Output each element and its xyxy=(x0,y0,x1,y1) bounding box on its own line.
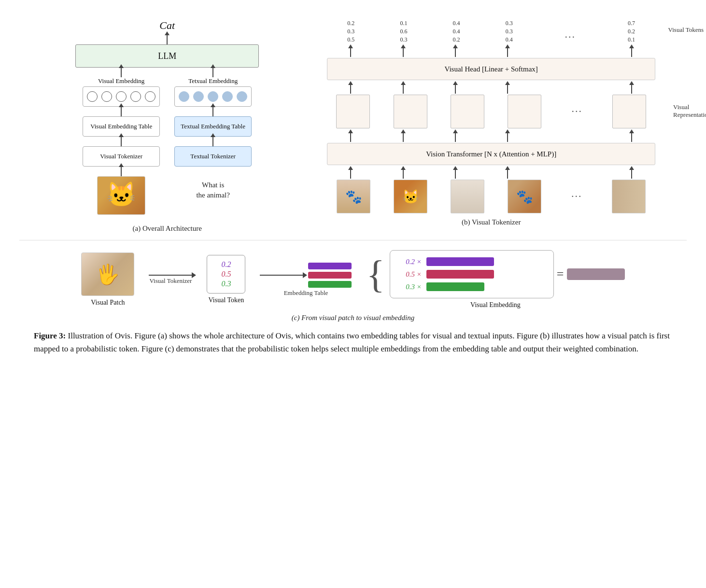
rep-square-1 xyxy=(336,95,370,128)
patch-row: 🐾 🐱 🐾 ··· xyxy=(327,180,655,213)
token-val-5: 0.70.20.1 xyxy=(628,19,635,43)
c-arrow-embedding-table: Embedding Table xyxy=(260,263,352,297)
token-col-2: 0.10.60.3 xyxy=(400,19,407,43)
arrow-to-embed xyxy=(260,275,303,276)
llm-box: LLM xyxy=(75,44,259,68)
dots-1: ··· xyxy=(558,31,582,43)
embed-bar-red xyxy=(308,272,352,279)
up-arrow-v4 xyxy=(505,129,510,142)
tcircle2 xyxy=(193,91,204,102)
patch-2: 🐱 xyxy=(394,180,427,213)
diagram-a: Cat LLM Visual Embedding xyxy=(29,19,305,233)
figure-container: Cat LLM Visual Embedding xyxy=(19,14,687,360)
textual-embed-label: Tetxual Embedding xyxy=(188,77,238,85)
up-arrow-r5 xyxy=(629,81,634,94)
visual-tokens-side-label: Visual Tokens xyxy=(668,26,704,34)
up-arrow-1 xyxy=(348,44,353,57)
result-mult-red: 0.5 × xyxy=(400,270,422,279)
visual-token-label: Visual Token xyxy=(209,296,244,304)
up-arrow-r2 xyxy=(401,81,406,94)
patch-5 xyxy=(612,180,646,213)
arrow-visual-embed-up xyxy=(121,68,122,77)
circle5 xyxy=(145,91,155,102)
circle1 xyxy=(87,91,98,102)
diagram-b: 0.20.30.5 0.10.60.3 0.40.40.2 0.30.30.4 xyxy=(305,19,677,226)
up-arrow-p2 xyxy=(401,166,406,179)
tcircle3 xyxy=(208,91,218,102)
arrow-textual-table-up xyxy=(212,107,213,116)
vit-box: Vision Transformer [N x (Attention + MLP… xyxy=(327,143,655,165)
up-arrow-v2 xyxy=(401,129,406,142)
equals-sign: = xyxy=(557,267,564,281)
up-arrow-p3 xyxy=(453,166,458,179)
token-col-5: 0.70.20.1 xyxy=(628,19,635,43)
caption-title: Figure 3: xyxy=(34,331,66,340)
up-arrow-2 xyxy=(401,44,406,57)
diagram-a-label: (a) Overall Architecture xyxy=(133,224,202,233)
visual-patch-label: Visual Patch xyxy=(91,299,125,307)
result-bar-green xyxy=(426,282,484,291)
up-arrow-5 xyxy=(629,44,634,57)
token-col-4: 0.30.30.4 xyxy=(506,19,513,43)
tcircle4 xyxy=(222,91,233,102)
final-embed-bar xyxy=(567,268,625,280)
rep-square-2 xyxy=(394,95,427,128)
up-arrow-p5 xyxy=(629,166,634,179)
diagram-c-content: 🖐️ Visual Patch Visual Tokenizer 0.2 0.5… xyxy=(81,250,624,309)
dots-2: ··· xyxy=(565,105,589,118)
visual-tokenizer-label: Visual Tokenizer xyxy=(149,277,192,285)
result-mult-purple: 0.2 × xyxy=(400,258,422,266)
token-val-3: 0.40.40.2 xyxy=(453,19,460,43)
arrow-textual-embed-up xyxy=(212,68,213,77)
up-arrow-r3 xyxy=(453,81,458,94)
circle3 xyxy=(116,91,127,102)
arrow-txt-tok-up xyxy=(212,137,213,146)
textual-tokenizer-box: Textual Tokenizer xyxy=(174,146,252,167)
tcircle1 xyxy=(179,91,189,102)
token-val-purple: 0.2 xyxy=(221,260,231,269)
token-val-green: 0.3 xyxy=(221,280,231,288)
embed-result-box: 0.2 × 0.5 × 0.3 × xyxy=(390,250,554,298)
visual-token-box: 0.2 0.5 0.3 xyxy=(207,255,245,294)
up-arrow-4 xyxy=(505,44,510,57)
tcircle5 xyxy=(237,91,247,102)
c-arrow-visual-tokenizer: Visual Tokenizer xyxy=(149,275,192,285)
token-col-3: 0.40.40.2 xyxy=(453,19,460,43)
up-arrow-p1 xyxy=(348,166,353,179)
result-bar-purple xyxy=(426,257,494,266)
rep-square-5 xyxy=(612,95,646,128)
circle2 xyxy=(101,91,112,102)
token-val-4: 0.30.30.4 xyxy=(506,19,513,43)
token-col-1: 0.20.30.5 xyxy=(347,19,354,43)
diagram-c: 🖐️ Visual Patch Visual Tokenizer 0.2 0.5… xyxy=(19,240,687,324)
arrow-visual-table-up xyxy=(121,107,122,116)
circle4 xyxy=(130,91,141,102)
result-row-red: 0.5 × xyxy=(400,270,544,279)
embed-bar-purple xyxy=(308,263,352,269)
figure-caption: Figure 3: Illustration of Ovis. Figure (… xyxy=(19,324,687,360)
visual-embedding-label: Visual Embedding xyxy=(470,301,521,309)
result-row-purple: 0.2 × xyxy=(400,257,544,266)
token-val-red: 0.5 xyxy=(221,270,231,279)
arrow-cat-img-up xyxy=(121,167,122,176)
rep-square-3 xyxy=(451,95,484,128)
diagram-b-label: (b) Visual Tokenizer xyxy=(462,218,521,226)
patch-3 xyxy=(451,180,484,213)
embed-bar-green xyxy=(308,281,352,288)
up-arrow-r1 xyxy=(348,81,353,94)
up-arrow-p4 xyxy=(505,166,510,179)
output-cat: Cat xyxy=(159,19,175,32)
rep-square-4 xyxy=(508,95,541,128)
up-arrow-v5 xyxy=(629,129,634,142)
visual-embed-label: Visual Embedding xyxy=(98,77,144,85)
embedding-table-label: Embedding Table xyxy=(284,289,328,297)
up-arrow-v1 xyxy=(348,129,353,142)
arrow-line-2 xyxy=(260,275,303,276)
diagram-c-label: (c) From visual patch to visual embeddin… xyxy=(292,314,414,322)
arrow-vis-tok-up xyxy=(121,137,122,146)
cat-image xyxy=(97,176,145,215)
embedding-table-bars xyxy=(308,263,352,288)
brace-symbol: { xyxy=(366,255,384,294)
arrow-to-token xyxy=(149,275,192,276)
up-arrow-r4 xyxy=(505,81,510,94)
